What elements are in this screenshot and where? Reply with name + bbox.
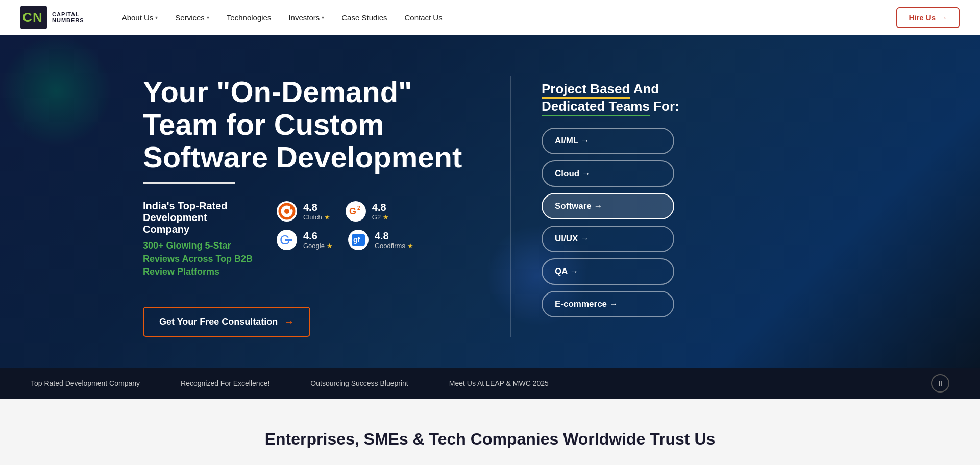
logo-capital: CAPITAL [52,11,84,17]
clutch-rating: 4.8 Clutch ★ [276,200,330,223]
panel-heading: Project Based And Dedicated Teams For: [542,81,705,115]
g2-label: G2 ★ [372,213,389,221]
pause-icon: ⏸ [937,379,944,387]
ticker-item-4: Meet Us At LEAP & MWC 2025 [449,379,549,387]
goodfirms-rating-info: 4.8 Goodfirms ★ [375,230,413,250]
clutch-rating-info: 4.8 Clutch ★ [303,202,330,221]
service-uiux-button[interactable]: UI/UX → [542,226,674,252]
chevron-down-icon: ▾ [207,15,209,20]
vertical-divider [510,76,511,337]
ticker-item-2: Recognized For Excellence! [181,379,270,387]
logo-numbers: NUMBERS [52,17,84,23]
ticker-item-1: Top Rated Development Company [31,379,140,387]
svg-point-5 [284,209,289,214]
svg-text:N: N [33,10,42,25]
g2-rating-info: 4.8 G2 ★ [372,202,389,221]
logo[interactable]: C N CAPITAL NUMBERS [20,6,84,29]
star-icon: ★ [324,213,330,221]
google-logo: G [276,229,298,251]
star-icon: ★ [407,242,413,250]
star-icon: ★ [327,242,333,250]
nav-technologies[interactable]: Technologies [219,9,279,26]
cta-button[interactable]: Get Your Free Consultation → [143,307,310,337]
bottom-section: Enterprises, SMEs & Tech Companies World… [0,399,980,465]
panel-heading-dedicated: Dedicated Teams [542,99,650,116]
g2-score: 4.8 [372,202,389,213]
nav-case-studies[interactable]: Case Studies [334,9,394,26]
g2-logo: G 2 [345,200,367,223]
goodfirms-rating: gf 4.8 Goodfirms ★ [347,229,413,251]
svg-text:2: 2 [357,205,360,211]
hero-left: Your "On-Demand" Team for Custom Softwar… [143,76,480,337]
logo-text: CAPITAL NUMBERS [52,11,84,23]
nav-links: About Us ▾ Services ▾ Technologies Inves… [115,9,897,26]
goodfirms-score: 4.8 [375,230,413,242]
bottom-title: Enterprises, SMEs & Tech Companies World… [41,430,939,449]
pause-button[interactable]: ⏸ [931,374,949,393]
nav-contact[interactable]: Contact Us [398,9,450,26]
chevron-down-icon: ▾ [322,15,324,20]
google-rating-info: 4.6 Google ★ [303,230,333,250]
ratings-grid: 4.8 Clutch ★ [271,200,413,251]
hero-green-text: 300+ Glowing 5-Star Reviews Across Top B… [143,239,255,278]
ticker-item-3: Outsourcing Success Blueprint [310,379,408,387]
clutch-logo [276,200,298,223]
star-icon: ★ [383,213,389,221]
hero-divider [143,182,235,184]
hero-right: Project Based And Dedicated Teams For: A… [542,76,705,317]
panel-heading-and: And [633,81,659,96]
panel-heading-project: Project Based [542,81,630,99]
g2-rating: G 2 4.8 G2 ★ [345,200,389,223]
svg-text:G: G [349,206,356,216]
panel-heading-for: For: [653,99,679,114]
hero-subtitle: India's Top-Rated Development Company [143,200,255,235]
svg-rect-12 [285,239,292,241]
arrow-icon: → [940,13,947,22]
arrow-icon: → [284,316,294,328]
hero-section: Your "On-Demand" Team for Custom Softwar… [0,35,980,368]
google-rating: G 4.6 Google ★ [276,229,333,251]
service-qa-button[interactable]: QA → [542,258,674,285]
goodfirms-logo: gf [347,229,370,251]
nav-investors[interactable]: Investors ▾ [281,9,331,26]
nav-about[interactable]: About Us ▾ [115,9,165,26]
hero-content: Your "On-Demand" Team for Custom Softwar… [0,35,980,368]
navbar: C N CAPITAL NUMBERS About Us ▾ Services … [0,0,980,35]
google-label: Google ★ [303,242,333,250]
goodfirms-label: Goodfirms ★ [375,242,413,250]
clutch-score: 4.8 [303,202,330,213]
service-buttons: AI/ML → Cloud → Software → UI/UX → QA → … [542,128,705,317]
chevron-down-icon: ▾ [155,15,158,20]
service-cloud-button[interactable]: Cloud → [542,160,674,187]
ticker-bar: Top Rated Development Company Recognized… [0,368,980,399]
clutch-label: Clutch ★ [303,213,330,221]
google-score: 4.6 [303,230,333,242]
hire-us-button[interactable]: Hire Us → [896,7,960,28]
hero-title: Your "On-Demand" Team for Custom Softwar… [143,76,480,173]
svg-text:gf: gf [353,236,360,244]
nav-services[interactable]: Services ▾ [168,9,216,26]
service-ecommerce-button[interactable]: E-commerce → [542,291,674,317]
svg-text:C: C [22,10,32,25]
service-software-button[interactable]: Software → [542,193,674,219]
service-aiml-button[interactable]: AI/ML → [542,128,674,154]
